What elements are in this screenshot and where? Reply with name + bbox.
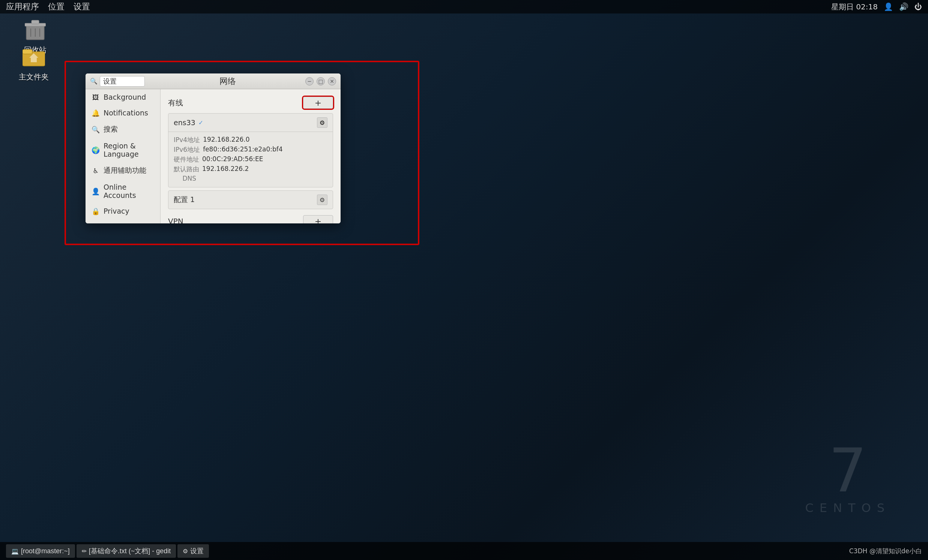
ipv4-row: IPv4地址 192.168.226.0 [174,136,327,144]
default-route-value: 192.168.226.2 [202,165,249,173]
menu-position[interactable]: 位置 [48,1,64,12]
settings-taskbar-label: 设置 [190,546,204,555]
desktop-icon-home[interactable]: 主文件夹 [15,45,52,82]
config1-label: 配置 1 [174,195,195,205]
sidebar-item-online-accounts[interactable]: 👤 Online Accounts [85,179,160,203]
svg-rect-7 [23,49,32,54]
centos-number: 7 [805,441,890,501]
editor-icon: ✏ [82,548,87,555]
vpn-section: VPN + Not set up [168,215,333,224]
home-folder-icon [22,45,46,69]
taskbar-bottom: 💻 [root@master:~] ✏ [基础命令.txt (~文档] - ge… [0,542,928,560]
default-route-label: 默认路由 [174,165,199,173]
sidebar-item-background[interactable]: 🖼 Background [85,89,160,105]
search-sidebar-icon: 🔍 [92,126,100,134]
ens33-gear-button[interactable]: ⚙ [317,117,327,128]
ipv4-value: 192.168.226.0 [203,136,249,144]
ens33-name: ens33 ✓ [174,119,203,127]
sidebar-item-sharing[interactable]: 🤝 共享 [85,219,160,224]
sidebar-label-search: 搜索 [104,125,118,134]
ipv4-label: IPv4地址 [174,136,200,144]
search-icon: 🔍 [90,78,98,85]
centos-text: CENTOS [805,501,890,515]
online-accounts-icon: 👤 [92,187,100,195]
sidebar-item-privacy[interactable]: 🔒 Privacy [85,203,160,219]
sidebar-label-online-accounts: Online Accounts [104,183,154,199]
close-button[interactable]: ✕ [328,77,336,85]
sidebar-item-accessibility[interactable]: ♿ 通用辅助功能 [85,162,160,179]
sidebar-label-accessibility: 通用辅助功能 [104,166,146,175]
config1-row: 配置 1 ⚙ [168,191,333,209]
main-content: 有线 + ens33 ✓ ⚙ IPv4地址 192.168.226.0 [160,89,340,224]
taskbar-settings-button[interactable]: ⚙ 设置 [177,544,209,558]
dns-label: DNS [174,175,196,182]
add-wired-button[interactable]: + [303,97,333,109]
ipv6-value: fe80::6d36:251:e2a0:bf4 [203,145,283,154]
background-icon: 🖼 [92,93,100,101]
home-folder-label: 主文件夹 [19,72,49,82]
sidebar-label-notifications: Notifications [104,109,148,117]
wired-section-header: 有线 + [168,97,333,109]
window-titlebar: 🔍 设置 网络 ─ □ ✕ [85,73,340,89]
notifications-icon: 🔔 [92,109,100,117]
sidebar-item-notifications[interactable]: 🔔 Notifications [85,105,160,121]
settings-taskbar-icon: ⚙ [183,548,188,555]
sidebar-label-privacy: Privacy [104,207,130,215]
terminal-icon: 💻 [11,548,19,555]
wired-title: 有线 [168,98,183,108]
sidebar-label-region: Region & Language [104,142,154,158]
menu-apps[interactable]: 应用程序 [6,1,39,12]
terminal-label: [root@master:~] [21,547,70,555]
settings-label: 设置 [103,77,117,86]
ens33-card: ens33 ✓ ⚙ IPv4地址 192.168.226.0 IPv6地址 fe… [168,113,333,187]
accessibility-icon: ♿ [92,167,100,175]
sidebar-label-background: Background [104,93,146,101]
hardware-label: 硬件地址 [174,155,199,164]
dns-row: DNS [174,175,327,182]
config1-card: 配置 1 ⚙ [168,190,333,209]
window-body: 🖼 Background 🔔 Notifications 🔍 搜索 🌍 Regi… [85,89,340,224]
volume-icon: 🔊 [899,2,908,11]
taskbar-editor-button[interactable]: ✏ [基础命令.txt (~文档] - gedit [76,544,176,558]
add-vpn-button[interactable]: + [303,215,333,224]
privacy-icon: 🔒 [92,207,100,215]
user-icon: 👤 [884,2,893,11]
hardware-value: 00:0C:29:AD:56:EE [202,155,263,164]
menu-settings[interactable]: 设置 [73,1,90,12]
maximize-button[interactable]: □ [317,77,325,85]
search-input[interactable]: 设置 [100,76,145,87]
sidebar: 🖼 Background 🔔 Notifications 🔍 搜索 🌍 Regi… [85,89,160,224]
region-icon: 🌍 [92,146,100,154]
trash-icon [23,18,47,42]
sidebar-header: 🔍 设置 [90,76,150,87]
datetime-display: 星期日 02:18 [831,2,878,12]
config1-gear-button[interactable]: ⚙ [317,195,327,205]
settings-window: 🔍 设置 网络 ─ □ ✕ 🖼 Background 🔔 Notificatio… [85,73,340,224]
window-title: 网络 [150,76,305,87]
svg-rect-2 [32,20,39,24]
default-route-row: 默认路由 192.168.226.2 [174,165,327,173]
taskbar-terminal-button[interactable]: 💻 [root@master:~] [6,544,75,558]
vpn-section-header: VPN + [168,215,333,224]
taskbar-top-menu: 应用程序 位置 设置 [6,1,90,12]
centos-watermark: 7 CENTOS [805,441,890,515]
minimize-button[interactable]: ─ [305,77,314,85]
taskbar-top: 应用程序 位置 设置 星期日 02:18 👤 🔊 ⏻ [0,0,928,14]
sidebar-label-sharing: 共享 [104,223,118,224]
sidebar-item-region[interactable]: 🌍 Region & Language [85,138,160,162]
hardware-row: 硬件地址 00:0C:29:AD:56:EE [174,155,327,164]
vpn-title: VPN [168,217,183,224]
taskbar-top-right: 星期日 02:18 👤 🔊 ⏻ [831,2,922,12]
active-checkmark-icon: ✓ [198,119,203,126]
editor-label: [基础命令.txt (~文档] - gedit [89,546,171,555]
sidebar-item-search[interactable]: 🔍 搜索 [85,121,160,138]
ens33-details: IPv4地址 192.168.226.0 IPv6地址 fe80::6d36:2… [168,132,333,187]
power-icon: ⏻ [914,2,922,11]
ipv6-row: IPv6地址 fe80::6d36:251:e2a0:bf4 [174,145,327,154]
taskbar-right-label: C3DH @清望知识de小白 [849,547,922,555]
ipv6-label: IPv6地址 [174,145,200,154]
ens33-card-header: ens33 ✓ ⚙ [168,114,333,132]
window-controls: ─ □ ✕ [305,77,336,85]
